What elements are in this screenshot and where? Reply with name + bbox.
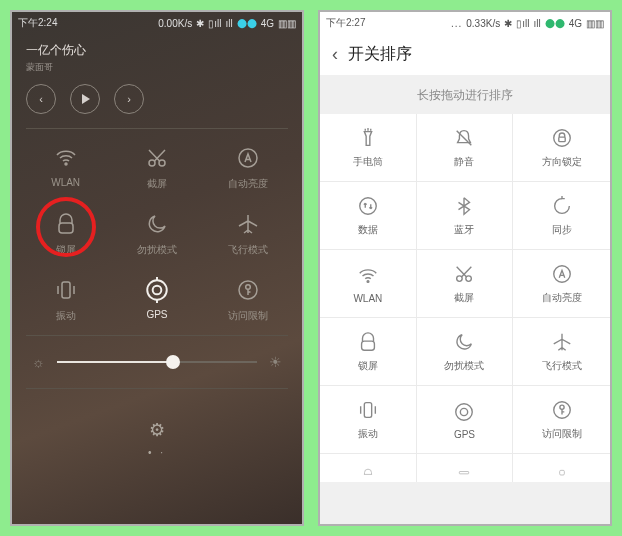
toggle-vibrate[interactable]: 振动: [20, 275, 111, 323]
svg-rect-24: [559, 470, 564, 475]
auto-brightness-icon: [233, 143, 263, 173]
tile-restrict[interactable]: 访问限制: [513, 386, 610, 454]
play-button[interactable]: [70, 84, 100, 114]
tile-orientation[interactable]: 方向锁定: [513, 114, 610, 182]
settings-gear-icon[interactable]: ⚙: [149, 420, 165, 440]
control-center-screenshot: 下午2:24 0.00K/s ✱ ▯ıll ıll ⬤⬤ 4G ▥▥ 一亿个伤心…: [10, 10, 304, 526]
music-artist: 蒙面哥: [26, 61, 288, 74]
svg-point-22: [560, 405, 564, 409]
brightness-high-icon: ☀: [269, 354, 282, 370]
bluetooth-icon: ✱: [504, 18, 512, 29]
svg-point-13: [367, 280, 369, 282]
key-icon: [233, 275, 263, 305]
status-time: 下午2:24: [18, 16, 57, 30]
svg-rect-11: [558, 137, 564, 142]
tile-dnd[interactable]: 勿扰模式: [417, 318, 514, 386]
toggle-lockscreen[interactable]: 锁屏: [20, 209, 111, 257]
airplane-icon: [233, 209, 263, 239]
tile-wlan[interactable]: WLAN: [320, 250, 417, 318]
svg-point-20: [461, 408, 468, 415]
toggle-dnd[interactable]: 勿扰模式: [111, 209, 202, 257]
tile-sync[interactable]: 同步: [513, 182, 610, 250]
brightness-low-icon: ☼: [32, 354, 45, 370]
flashlight-icon: [356, 126, 380, 150]
vibrate-icon: [356, 398, 380, 422]
status-indicators: ... 0.33K/s ✱ ▯ıll ıll ⬤⬤ 4G ▥▥: [451, 18, 604, 29]
toggle-airplane[interactable]: 飞行模式: [203, 209, 294, 257]
scissors-icon: [452, 262, 476, 286]
svg-point-19: [456, 403, 473, 420]
svg-point-1: [149, 160, 155, 166]
lock-icon: [356, 330, 380, 354]
toggle-sort-screenshot: 下午2:27 ... 0.33K/s ✱ ▯ıll ıll ⬤⬤ 4G ▥▥ ‹…: [318, 10, 612, 526]
svg-point-12: [360, 198, 377, 215]
signal-icon: ıll: [225, 18, 232, 29]
gps-icon: [142, 275, 172, 305]
moon-icon: [452, 330, 476, 354]
tile-lockscreen[interactable]: 锁屏: [320, 318, 417, 386]
toggle-screenshot[interactable]: 截屏: [111, 143, 202, 191]
svg-point-6: [147, 280, 167, 300]
signal-icon: ▯ıll: [208, 18, 221, 29]
gps-icon: [452, 400, 476, 424]
status-time: 下午2:27: [326, 16, 365, 30]
battery-icon: ▥▥: [278, 18, 296, 29]
data-icon: [356, 194, 380, 218]
music-title: 一亿个伤心: [26, 42, 288, 59]
tile-airplane[interactable]: 飞行模式: [513, 318, 610, 386]
vibrate-icon: [51, 275, 81, 305]
toggle-auto-brightness[interactable]: 自动亮度: [203, 143, 294, 191]
tile-mute[interactable]: 静音: [417, 114, 514, 182]
tile-screenshot[interactable]: 截屏: [417, 250, 514, 318]
music-controls: ‹ ›: [12, 78, 302, 124]
tile-vibrate[interactable]: 振动: [320, 386, 417, 454]
page-dots: • ·: [12, 447, 302, 464]
music-info: 一亿个伤心 蒙面哥: [12, 34, 302, 78]
highlight-circle: [36, 197, 96, 257]
svg-point-15: [466, 276, 472, 282]
wifi-icon: [51, 143, 81, 173]
svg-point-14: [457, 276, 463, 282]
svg-rect-17: [361, 341, 374, 350]
signal-icon: ıll: [533, 18, 540, 29]
status-indicators: 0.00K/s ✱ ▯ıll ıll ⬤⬤ 4G ▥▥: [158, 18, 296, 29]
battery-icon: ▥▥: [586, 18, 604, 29]
toggle-wlan[interactable]: WLAN: [20, 143, 111, 191]
svg-point-16: [553, 266, 570, 283]
partial-row: [320, 454, 610, 482]
wifi-icon: [356, 264, 380, 288]
tile-bluetooth[interactable]: 蓝牙: [417, 182, 514, 250]
svg-point-3: [239, 149, 257, 167]
moon-icon: [142, 209, 172, 239]
status-bar: 下午2:27 ... 0.33K/s ✱ ▯ıll ıll ⬤⬤ 4G ▥▥: [320, 12, 610, 34]
back-icon[interactable]: ‹: [332, 44, 338, 65]
auto-brightness-icon: [550, 262, 574, 286]
bluetooth-icon: [452, 194, 476, 218]
bluetooth-icon: ✱: [196, 18, 204, 29]
toggle-gps[interactable]: GPS: [111, 275, 202, 323]
svg-point-7: [153, 286, 162, 295]
signal-icon: ▯ıll: [516, 18, 529, 29]
svg-point-0: [65, 163, 67, 165]
rotation-lock-icon: [550, 126, 574, 150]
scissors-icon: [142, 143, 172, 173]
page-title: 开关排序: [348, 44, 412, 65]
brightness-slider[interactable]: ☼ ☀: [12, 340, 302, 384]
status-bar: 下午2:24 0.00K/s ✱ ▯ıll ıll ⬤⬤ 4G ▥▥: [12, 12, 302, 34]
sync-icon: [550, 194, 574, 218]
svg-point-10: [553, 130, 570, 147]
tile-gps[interactable]: GPS: [417, 386, 514, 454]
tile-autobright[interactable]: 自动亮度: [513, 250, 610, 318]
next-track-button[interactable]: ›: [114, 84, 144, 114]
tile-data[interactable]: 数据: [320, 182, 417, 250]
title-bar: ‹ 开关排序: [320, 34, 610, 75]
toggle-restrict[interactable]: 访问限制: [203, 275, 294, 323]
tile-flashlight[interactable]: 手电筒: [320, 114, 417, 182]
svg-point-9: [246, 285, 251, 290]
airplane-icon: [550, 330, 574, 354]
svg-rect-23: [460, 472, 469, 474]
prev-track-button[interactable]: ‹: [26, 84, 56, 114]
svg-point-2: [159, 160, 165, 166]
instruction-text: 长按拖动进行排序: [320, 75, 610, 114]
svg-rect-5: [62, 282, 70, 298]
